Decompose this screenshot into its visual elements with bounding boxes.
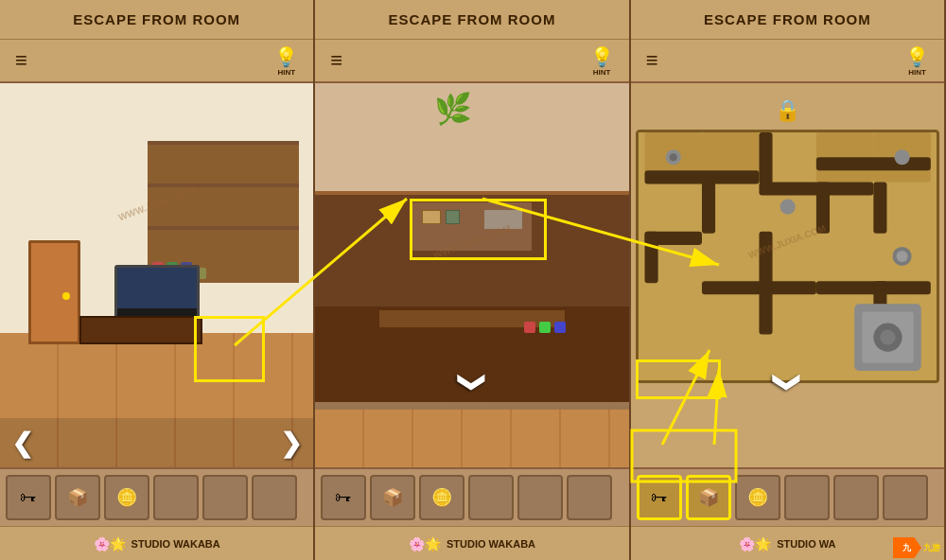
panel-1-header: ESCAPE FROM ROOM xyxy=(0,0,313,40)
desk-item-green xyxy=(539,322,551,333)
hint-bulb-2: 💡 xyxy=(590,45,614,68)
down-arrow-2[interactable]: ❯ xyxy=(456,372,487,394)
panel-2-toolbar: ≡ 💡 HINT xyxy=(315,40,628,83)
footer-flower-2: 🌸🌟 xyxy=(409,536,441,551)
menu-icon-3[interactable]: ≡ xyxy=(646,48,658,73)
shelf-unit xyxy=(148,141,299,283)
shelf-bot xyxy=(148,226,299,230)
desk-sub-item-1 xyxy=(422,210,441,224)
panel-1-title: ESCAPE FROM ROOM xyxy=(73,11,240,27)
svg-rect-6 xyxy=(644,170,759,184)
svg-rect-9 xyxy=(702,182,715,233)
svg-point-24 xyxy=(896,251,907,262)
inv-slot-2-2[interactable]: 📦 xyxy=(370,475,415,520)
desk-items-row xyxy=(524,322,566,333)
inv-slot-3-1[interactable]: 🗝 xyxy=(637,475,682,520)
panel-3-title: ESCAPE FROM ROOM xyxy=(704,11,871,27)
inventory-bar-1: 🗝 📦 🪙 xyxy=(0,467,313,526)
svg-point-28 xyxy=(880,329,895,344)
nine-you-icon: 九 xyxy=(893,537,921,558)
hint-bulb-3: 💡 xyxy=(905,45,929,68)
inv-slot-2-4[interactable] xyxy=(468,475,514,520)
maze-board[interactable] xyxy=(636,130,939,383)
shelf-top xyxy=(148,141,299,145)
panel-3-header: ESCAPE FROM ROOM xyxy=(631,0,944,40)
inv-slot-1-4[interactable] xyxy=(153,475,199,520)
panel-3-toolbar: ≡ 💡 HINT xyxy=(631,40,944,83)
inv-slot-3-4[interactable] xyxy=(784,475,830,520)
inv-slot-2-1[interactable]: 🗝 xyxy=(321,475,366,520)
hint-bulb-1: 💡 xyxy=(274,45,298,68)
inv-slot-2-3[interactable]: 🪙 xyxy=(419,475,464,520)
desk-scene: 🌿 xyxy=(315,83,628,467)
room-scene: WWW.JUXIA.COM ❮ ❯ xyxy=(0,83,313,467)
footer-studio-1: STUDIO WAKABA xyxy=(131,538,220,550)
inv-slot-1-5[interactable] xyxy=(202,475,248,520)
plant: 🌿 xyxy=(434,91,472,127)
main-container: ESCAPE FROM ROOM ≡ 💡 HINT xyxy=(0,0,946,560)
hint-button-3[interactable]: 💡 HINT xyxy=(905,45,929,77)
menu-icon-1[interactable]: ≡ xyxy=(15,48,27,73)
inv-slot-2-5[interactable] xyxy=(517,475,563,520)
inv-icon-1-2: 📦 xyxy=(67,487,88,508)
nine-you-label: 九 xyxy=(902,542,911,554)
panel-1: ESCAPE FROM ROOM ≡ 💡 HINT xyxy=(0,0,315,560)
tv-cabinet[interactable] xyxy=(79,316,202,344)
tv[interactable] xyxy=(114,265,200,322)
svg-rect-11 xyxy=(816,182,830,233)
inv-slot-3-2[interactable]: 📦 xyxy=(686,475,731,520)
lock-icon: 🔒 xyxy=(775,98,800,123)
inventory-bar-3: 🗝 📦 🪙 xyxy=(631,467,944,526)
desk-item-red xyxy=(524,322,535,333)
hint-button-1[interactable]: 💡 HINT xyxy=(274,45,298,77)
inv-slot-3-6[interactable] xyxy=(883,475,928,520)
desk-sub-item-3 xyxy=(484,210,522,229)
inv-slot-1-1[interactable]: 🗝 xyxy=(6,475,51,520)
down-arrow-3[interactable]: ❯ xyxy=(772,372,803,394)
nine-you-logo: 九 九游 xyxy=(893,537,940,558)
door-knob xyxy=(62,292,70,300)
nav-arrows-1: ❮ ❯ xyxy=(0,418,313,467)
footer-flower-1: 🌸🌟 xyxy=(94,536,126,551)
desk-item[interactable] xyxy=(411,201,534,253)
inv-slot-1-2[interactable]: 📦 xyxy=(55,475,100,520)
svg-rect-12 xyxy=(873,182,886,233)
right-arrow-1[interactable]: ❯ xyxy=(280,428,302,459)
inv-icon-1-1: 🗝 xyxy=(20,488,37,508)
svg-rect-7 xyxy=(759,132,772,184)
tv-screen xyxy=(117,268,197,308)
svg-point-21 xyxy=(894,149,909,165)
inv-slot-2-6[interactable] xyxy=(567,475,612,520)
inv-icon-2-3: 🪙 xyxy=(431,487,452,508)
hint-label-1: HINT xyxy=(277,68,295,77)
svg-point-20 xyxy=(669,153,676,161)
door[interactable] xyxy=(28,240,80,344)
panel-2-title: ESCAPE FROM ROOM xyxy=(389,11,556,27)
inv-slot-1-6[interactable] xyxy=(252,475,297,520)
svg-rect-10 xyxy=(759,182,873,195)
svg-rect-8 xyxy=(816,157,931,170)
inv-slot-3-5[interactable] xyxy=(833,475,879,520)
maze-scene: 🔒 xyxy=(631,83,944,467)
inv-slot-3-3[interactable]: 🪙 xyxy=(735,475,780,520)
inv-icon-2-2: 📦 xyxy=(382,487,403,508)
panel-1-game-area: WWW.JUXIA.COM ❮ ❯ xyxy=(0,83,313,467)
svg-rect-14 xyxy=(644,232,657,283)
maze-svg xyxy=(639,132,937,380)
inv-icon-1-3: 🪙 xyxy=(116,487,137,508)
menu-icon-2[interactable]: ≡ xyxy=(330,48,342,73)
inv-slot-1-3[interactable]: 🪙 xyxy=(104,475,149,520)
desk-surface[interactable] xyxy=(315,191,628,307)
panel-1-toolbar: ≡ 💡 HINT xyxy=(0,40,313,83)
panel-3: ESCAPE FROM ROOM ≡ 💡 HINT 🔒 xyxy=(631,0,946,560)
panel-1-footer: 🌸🌟 STUDIO WAKABA xyxy=(0,526,313,560)
left-arrow-1[interactable]: ❮ xyxy=(11,428,33,459)
inventory-bar-2: 🗝 📦 🪙 xyxy=(315,467,628,526)
hint-button-2[interactable]: 💡 HINT xyxy=(590,45,614,77)
panel-2-game-area: 🌿 xyxy=(315,83,628,467)
hint-label-3: HINT xyxy=(908,68,926,77)
svg-rect-16 xyxy=(702,281,816,294)
footer-studio-2: STUDIO WAKABA xyxy=(447,538,535,550)
desk-sub-item-2 xyxy=(446,210,460,224)
hint-label-2: HINT xyxy=(593,68,611,77)
